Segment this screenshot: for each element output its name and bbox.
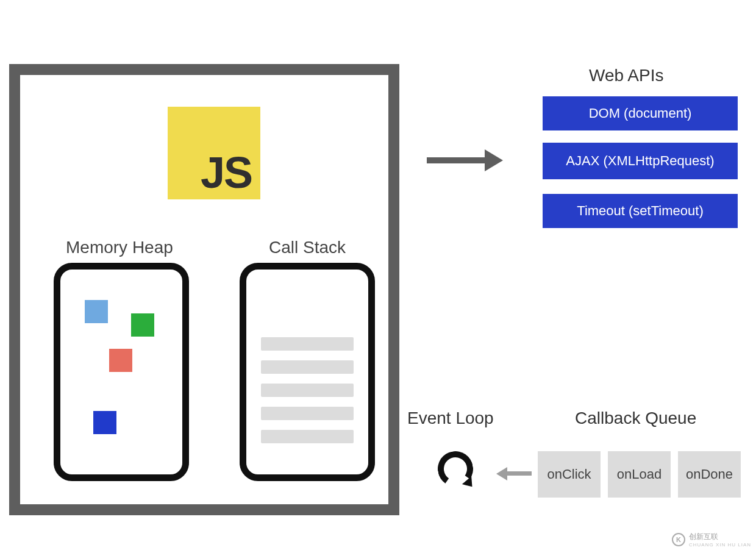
- watermark: K 创新互联 CHUANG XIN HU LIAN: [672, 532, 751, 548]
- stack-frame-icon: [261, 384, 354, 397]
- arrow-right-icon: [427, 152, 506, 168]
- call-stack-title: Call Stack: [269, 238, 346, 257]
- call-stack-panel: [240, 263, 375, 481]
- stack-frame-icon: [261, 360, 354, 374]
- watermark-logo-icon: K: [672, 533, 685, 546]
- api-box-dom: DOM (document): [543, 96, 738, 130]
- heap-object-icon: [109, 349, 132, 372]
- memory-heap-panel: [54, 263, 189, 481]
- stack-frame-icon: [261, 337, 354, 351]
- js-logo: JS: [168, 107, 260, 199]
- api-box-ajax: AJAX (XMLHttpRequest): [543, 143, 738, 179]
- callback-label: onLoad: [617, 466, 661, 482]
- callback-queue-title: Callback Queue: [575, 409, 696, 428]
- memory-heap-title: Memory Heap: [66, 238, 173, 257]
- event-loop-icon: [438, 451, 480, 494]
- web-apis-title: Web APIs: [589, 66, 663, 85]
- stack-frame-icon: [261, 430, 354, 443]
- api-label: AJAX (XMLHttpRequest): [566, 153, 714, 169]
- callback-queue-row: onClick onLoad onDone: [538, 451, 741, 498]
- callback-box: onDone: [678, 451, 741, 498]
- callback-label: onClick: [547, 466, 591, 482]
- js-engine-container: JS Memory Heap Call Stack: [9, 64, 399, 515]
- heap-object-icon: [85, 300, 108, 323]
- watermark-sub: CHUANG XIN HU LIAN: [689, 542, 751, 548]
- api-label: Timeout (setTimeout): [577, 203, 703, 219]
- api-label: DOM (document): [589, 105, 692, 121]
- watermark-brand: 创新互联: [689, 532, 751, 542]
- stack-frame-icon: [261, 407, 354, 420]
- callback-label: onDone: [686, 466, 733, 482]
- event-loop-title: Event Loop: [407, 409, 494, 428]
- js-logo-text: JS: [201, 151, 252, 195]
- heap-object-icon: [93, 411, 116, 434]
- heap-object-icon: [131, 313, 154, 337]
- api-box-timeout: Timeout (setTimeout): [543, 194, 738, 228]
- callback-box: onClick: [538, 451, 601, 498]
- stack-frames: [246, 327, 368, 443]
- callback-box: onLoad: [608, 451, 671, 498]
- arrow-left-icon: [497, 468, 532, 479]
